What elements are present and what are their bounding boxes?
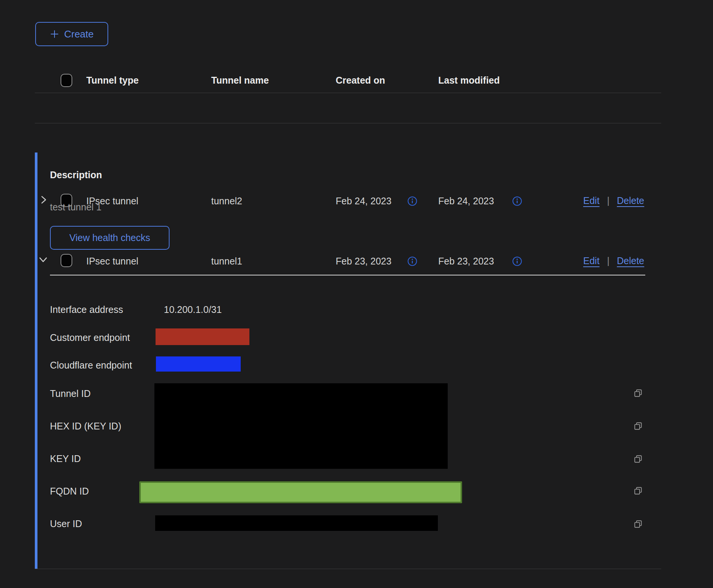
- description-value: test tunnel 1: [50, 201, 101, 213]
- delete-link[interactable]: Delete: [617, 195, 644, 206]
- view-health-checks-label: View health checks: [69, 232, 150, 243]
- customer-endpoint-redaction: [156, 328, 249, 345]
- info-icon[interactable]: [407, 196, 417, 206]
- edit-link[interactable]: Edit: [583, 195, 599, 206]
- fqdn-id-redaction: [139, 481, 462, 503]
- copy-icon[interactable]: [633, 421, 643, 431]
- fqdn-id-label: FQDN ID: [50, 485, 89, 497]
- column-header-tunnel-type: Tunnel type: [86, 75, 139, 86]
- delete-link[interactable]: Delete: [617, 255, 644, 266]
- hex-id-label: HEX ID (KEY ID): [50, 420, 121, 432]
- column-header-created-on: Created on: [336, 75, 385, 86]
- description-label: Description: [50, 169, 102, 180]
- table-row: IPsec tunnel tunnel2 Feb 24, 2023 Feb 24…: [0, 93, 713, 123]
- last-modified-cell: Feb 23, 2023: [438, 255, 494, 267]
- copy-icon[interactable]: [633, 519, 643, 529]
- plus-icon: [50, 29, 59, 39]
- row-divider: [35, 569, 661, 569]
- view-health-checks-button[interactable]: View health checks: [50, 226, 170, 250]
- row-checkbox[interactable]: [61, 254, 72, 267]
- tunnel-name-cell: tunnel2: [211, 195, 242, 207]
- created-on-cell: Feb 24, 2023: [336, 195, 391, 207]
- last-modified-cell: Feb 24, 2023: [438, 195, 494, 207]
- user-id-redaction: [155, 515, 438, 531]
- interface-address-value: 10.200.1.0/31: [164, 304, 222, 315]
- interface-address-label: Interface address: [50, 304, 123, 315]
- select-all-checkbox[interactable]: [61, 74, 72, 87]
- section-divider: [50, 275, 645, 275]
- info-icon[interactable]: [512, 256, 522, 266]
- action-separator: |: [607, 195, 610, 206]
- info-icon[interactable]: [512, 196, 522, 206]
- user-id-label: User ID: [50, 518, 82, 529]
- customer-endpoint-label: Customer endpoint: [50, 332, 130, 343]
- column-header-tunnel-name: Tunnel name: [211, 75, 269, 86]
- copy-icon[interactable]: [633, 388, 643, 398]
- created-on-cell: Feb 23, 2023: [336, 255, 391, 267]
- cloudflare-endpoint-redaction: [156, 356, 241, 372]
- chevron-down-icon[interactable]: [38, 255, 48, 264]
- copy-icon[interactable]: [633, 454, 643, 464]
- cloudflare-endpoint-label: Cloudflare endpoint: [50, 359, 132, 371]
- create-button[interactable]: Create: [35, 22, 108, 46]
- edit-link[interactable]: Edit: [583, 255, 599, 266]
- action-separator: |: [607, 255, 610, 266]
- create-button-label: Create: [64, 28, 93, 40]
- chevron-right-icon[interactable]: [39, 194, 48, 205]
- id-values-redaction: [154, 383, 448, 469]
- key-id-label: KEY ID: [50, 453, 81, 464]
- table-row: IPsec tunnel tunnel1 Feb 23, 2023 Feb 23…: [0, 123, 713, 152]
- column-header-last-modified: Last modified: [438, 75, 500, 86]
- tunnel-id-label: Tunnel ID: [50, 388, 90, 399]
- tunnel-type-cell: IPsec tunnel: [86, 255, 139, 267]
- info-icon[interactable]: [407, 256, 417, 266]
- expanded-row-indicator-bar: [35, 152, 37, 569]
- tunnel-name-cell: tunnel1: [211, 255, 242, 267]
- copy-icon[interactable]: [633, 485, 643, 496]
